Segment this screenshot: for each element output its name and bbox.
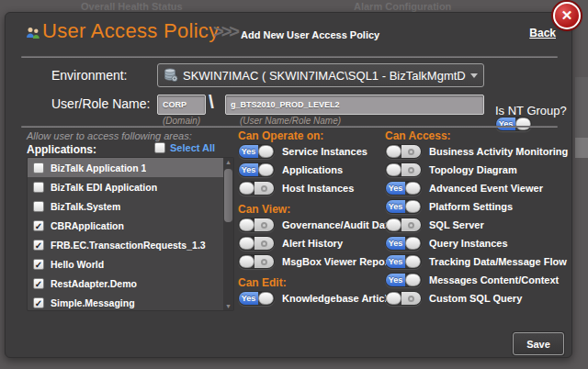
scroll-up-icon[interactable]: ▲ (223, 159, 233, 165)
toggle-on-label: Yes (386, 200, 405, 213)
scrollbar-thumb[interactable] (224, 169, 232, 222)
domain-field[interactable]: CORP (157, 95, 206, 115)
toggle-knob (239, 237, 254, 250)
environment-dropdown[interactable]: SKWIN7IMAC ( SKWIN7IMAC\SQL1 - BizTalkMg… (157, 63, 484, 87)
background-tab-alarm-config: Alarm Configuration (354, 1, 451, 12)
section-header-can-edit: Can Edit: (238, 276, 385, 289)
applications-list: BizTalk Application 1BizTalk EDI Applica… (28, 158, 223, 310)
user-name-caption: (User Name/Role Name) (240, 116, 341, 126)
background-scroll-thumb (575, 138, 588, 158)
toggle-on-label: Yes (386, 255, 405, 268)
toggle-knob (405, 200, 421, 213)
save-button[interactable]: Save (513, 332, 564, 355)
toggle-query-instances[interactable]: Yes (385, 236, 422, 251)
toggle-knob (405, 237, 421, 250)
toggle-off-side (254, 237, 274, 250)
applications-scrollbar[interactable]: ▲ ▼ (223, 158, 233, 310)
toggle-tracking-data-message-flow[interactable]: Yes (385, 254, 422, 269)
toggle-knob (239, 182, 254, 195)
app-checkbox[interactable] (33, 201, 44, 212)
toggle-off-side (401, 218, 421, 231)
chevron-separator-icon: >>> (213, 21, 237, 42)
toggle-off-side (401, 292, 421, 305)
toggle-alert-history[interactable] (238, 236, 275, 251)
is-nt-group-label: Is NT Group? (495, 104, 578, 117)
dialog-subtitle: Add New User Access Policy (241, 29, 379, 40)
toggle-on-label: Yes (386, 182, 405, 195)
toggle-knob (258, 163, 274, 176)
toggle-sql-server[interactable] (385, 218, 422, 232)
section-divider (21, 126, 558, 128)
app-checkbox[interactable]: ✓ (33, 297, 44, 308)
domain-caption: (Domain) (157, 116, 206, 126)
toggle-knob (386, 292, 401, 305)
section-header-can-operate-on: Can Operate on: (238, 129, 385, 142)
toggle-business-activity-monitoring[interactable] (385, 144, 422, 159)
app-checkbox[interactable]: ✓ (33, 278, 44, 289)
permission-row: YesService Instances (238, 142, 385, 161)
toggle-applications[interactable]: Yes (238, 162, 275, 177)
toggle-off-icon (261, 185, 267, 192)
toggle-platform-settings[interactable]: Yes (385, 199, 422, 214)
list-item[interactable]: ✓FRB.EC.TransactionRequests_1.3 (28, 235, 223, 254)
app-label: Simple.Messaging (51, 297, 135, 308)
app-label: Hello World (51, 259, 104, 270)
select-all-control[interactable]: Select All (154, 142, 215, 153)
app-checkbox[interactable]: ✓ (33, 240, 44, 251)
toggle-on-label: Yes (239, 163, 258, 176)
toggle-off-side (401, 163, 421, 176)
permission-label: SQL Server (429, 219, 484, 230)
environment-label: Environment: (51, 68, 127, 83)
toggle-off-side (401, 145, 421, 158)
toggle-host-instances[interactable] (238, 181, 275, 196)
section-header-can-view: Can View: (238, 203, 385, 216)
toggle-off-side (254, 218, 274, 231)
toggle-advanced-event-viewer[interactable]: Yes (385, 181, 422, 196)
permission-label: Business Activity Monitoring (429, 146, 568, 157)
close-icon[interactable]: ✕ (553, 2, 581, 29)
applications-label: Applications: (27, 143, 96, 156)
select-all-checkbox[interactable] (154, 142, 165, 153)
permission-label: Governance/Audit Data (282, 219, 394, 230)
toggle-off-icon (408, 222, 414, 229)
permission-row: Host Instances (238, 179, 385, 197)
permission-row: YesPlatform Settings (385, 197, 576, 216)
app-checkbox[interactable]: ✓ (33, 259, 44, 270)
list-item[interactable]: BizTalk Application 1 (28, 158, 223, 177)
toggle-knob (386, 163, 401, 176)
toggle-off-side (254, 182, 274, 195)
toggle-knob (515, 117, 531, 130)
toggle-knob (405, 182, 421, 195)
permission-label: Platform Settings (429, 201, 513, 212)
app-label: BizTalk.System (51, 201, 120, 212)
perm-col-0: Can Operate on:YesService InstancesYesAp… (238, 129, 385, 308)
toggle-knowledgebase-article[interactable]: Yes (238, 291, 275, 306)
app-label: CBRApplication (51, 220, 124, 231)
list-item[interactable]: ✓Simple.Messaging (28, 293, 223, 311)
list-item[interactable]: BizTalk EDI Application (28, 177, 223, 196)
permission-label: Alert History (282, 238, 343, 249)
permission-label: Service Instances (282, 146, 368, 157)
toggle-governance-audit-data[interactable] (238, 218, 275, 232)
app-checkbox[interactable] (33, 162, 44, 173)
toggle-knob (258, 145, 274, 158)
list-item[interactable]: ✓RestAdapter.Demo (28, 274, 223, 293)
user-name-field[interactable]: g_BTS2010_PROD_LEVEL2 (225, 95, 484, 115)
list-item[interactable]: ✓CBRApplication (28, 216, 223, 235)
toggle-off-icon (408, 149, 414, 155)
list-item[interactable]: ✓Hello World (28, 254, 223, 274)
scroll-down-icon[interactable]: ▼ (223, 303, 233, 309)
list-item[interactable]: BizTalk.System (28, 196, 223, 216)
toggle-on-label: Yes (386, 274, 405, 286)
app-checkbox[interactable]: ✓ (33, 220, 44, 231)
toggle-msgbox-viewer-report[interactable] (238, 254, 275, 269)
toggle-off-icon (408, 167, 414, 173)
toggle-topology-diagram[interactable] (385, 162, 422, 177)
back-link[interactable]: Back (529, 27, 556, 39)
toggle-service-instances[interactable]: Yes (238, 144, 275, 159)
app-checkbox[interactable] (33, 182, 44, 193)
permission-label: Host Instances (282, 183, 354, 194)
toggle-custom-sql-query[interactable] (385, 291, 422, 306)
toggle-knob (405, 274, 421, 286)
toggle-messages-content-context[interactable]: Yes (385, 273, 422, 287)
